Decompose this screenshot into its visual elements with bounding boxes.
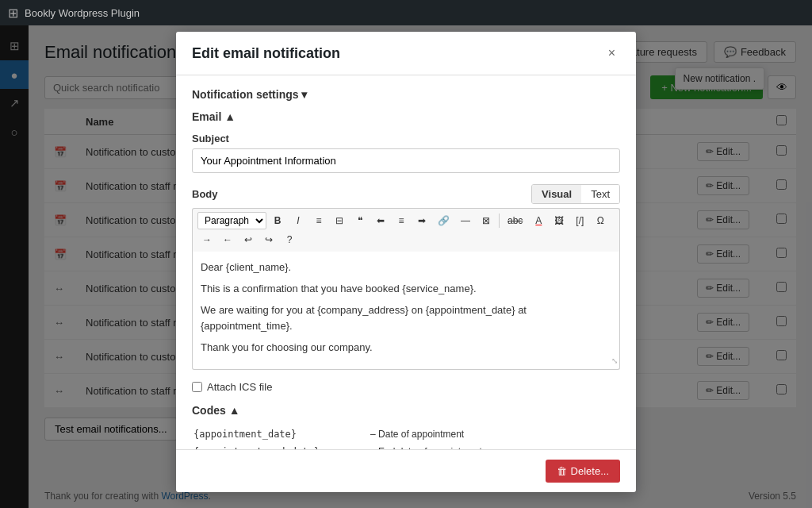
redo-button[interactable]: ↪ [259, 231, 278, 248]
editor-content[interactable]: Dear {client_name}. This is a confirmati… [192, 252, 620, 370]
modal-body: Notification settings ▾ Email ▲ Subject … [176, 75, 636, 449]
subject-group: Subject [192, 133, 620, 173]
link-button[interactable]: 🔗 [433, 212, 454, 229]
code-desc: – End date of appointment [370, 444, 619, 449]
codes-toggle[interactable]: Codes ▲ [192, 404, 620, 417]
editor-toolbar: Paragraph B I ≡ ⊟ ❝ ⬅ ≡ ➡ 🔗 — ⊠ abc A [192, 208, 620, 252]
align-left-button[interactable]: ⬅ [371, 212, 390, 229]
bullet-list-button[interactable]: ≡ [309, 212, 328, 229]
trash-icon: 🗑 [557, 465, 567, 477]
site-name: Bookly Wordpress Plugin [25, 7, 140, 19]
shortcode-button[interactable]: [/] [570, 212, 589, 229]
code-key: {appointment_date} [193, 426, 369, 442]
strikethrough-button[interactable]: abc [503, 212, 527, 229]
toolbar-divider [499, 214, 500, 228]
email-toggle[interactable]: Email ▲ [192, 110, 620, 123]
bold-button[interactable]: B [268, 212, 287, 229]
code-row: {appointment_end_date} – End date of app… [193, 444, 619, 449]
body-header: Body Visual Text [192, 184, 620, 204]
undo-button[interactable]: ↩ [239, 231, 258, 248]
attach-ics-checkbox[interactable] [192, 382, 202, 392]
remove-format-button[interactable]: ⊠ [477, 212, 496, 229]
code-key: {appointment_end_date} [193, 444, 369, 449]
wp-logo: ⊞ [8, 6, 18, 21]
indent-button[interactable]: → [197, 231, 216, 248]
edit-notification-modal: Edit email notification × Notification s… [176, 32, 636, 492]
color-button[interactable]: A [529, 212, 548, 229]
body-label: Body [192, 188, 218, 200]
code-desc: – Date of appointment [370, 426, 619, 442]
notification-settings-toggle[interactable]: Notification settings ▾ [192, 88, 620, 101]
align-center-button[interactable]: ≡ [392, 212, 411, 229]
code-row: {appointment_date} – Date of appointment [193, 426, 619, 442]
blockquote-button[interactable]: ❝ [350, 212, 370, 229]
modal-footer: 🗑 Delete... [176, 449, 636, 492]
admin-bar: ⊞ Bookly Wordpress Plugin [0, 0, 812, 25]
attach-ics-label: Attach ICS file [207, 381, 272, 393]
char-button[interactable]: Ω [591, 212, 610, 229]
outdent-button[interactable]: ← [218, 231, 237, 248]
align-right-button[interactable]: ➡ [412, 212, 431, 229]
codes-table: {appointment_date} – Date of appointment… [192, 425, 620, 449]
modal-overlay[interactable]: Edit email notification × Notification s… [0, 0, 812, 508]
visual-text-tabs: Visual Text [531, 184, 620, 204]
horizontal-rule-button[interactable]: — [456, 212, 475, 229]
subject-input[interactable] [192, 148, 620, 173]
modal-close-button[interactable]: × [603, 44, 620, 62]
italic-button[interactable]: I [289, 212, 308, 229]
subject-label: Subject [192, 133, 620, 144]
help-button[interactable]: ? [280, 231, 299, 248]
paragraph-select[interactable]: Paragraph [197, 212, 266, 229]
modal-header: Edit email notification × [176, 32, 636, 75]
modal-title: Edit email notification [192, 45, 340, 62]
editor-resize-handle[interactable]: ⤡ [611, 355, 618, 368]
text-tab[interactable]: Text [581, 185, 619, 203]
body-group: Body Visual Text Paragraph B I ≡ ⊟ ❝ ⬅ [192, 184, 620, 370]
visual-tab[interactable]: Visual [532, 185, 581, 203]
image-button[interactable]: 🖼 [550, 212, 569, 229]
delete-button[interactable]: 🗑 Delete... [546, 460, 620, 483]
numbered-list-button[interactable]: ⊟ [330, 212, 349, 229]
attach-ics-row: Attach ICS file [192, 381, 620, 393]
